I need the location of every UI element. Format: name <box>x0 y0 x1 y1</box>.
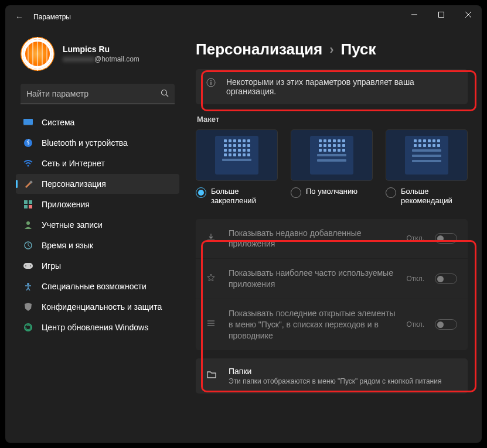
radio-label: Больше закреплений <box>211 187 278 206</box>
window-title: Параметры <box>33 13 71 21</box>
chevron-right-icon: › <box>329 42 333 57</box>
nav-list: Система Bluetooth и устройства Сеть и Ин… <box>16 112 179 338</box>
layout-opt-default[interactable]: По умолчанию <box>291 129 373 206</box>
breadcrumb: Персонализация › Пуск <box>196 40 468 59</box>
setting-recently-added: Показывать недавно добавленные приложени… <box>196 219 468 259</box>
radio-label: По умолчанию <box>306 187 357 196</box>
setting-most-used: Показывать наиболее часто используемые п… <box>196 259 468 299</box>
folders-desc: Эти папки отображаются в меню "Пуск" ряд… <box>229 377 457 385</box>
radio-button[interactable] <box>196 187 206 198</box>
svg-rect-13 <box>24 205 28 208</box>
svg-point-22 <box>27 283 29 285</box>
sidebar-item-accessibility[interactable]: Специальные возможности <box>16 276 179 296</box>
bluetooth-icon <box>23 138 33 148</box>
breadcrumb-parent[interactable]: Персонализация <box>196 40 322 59</box>
radio-button[interactable] <box>291 187 301 198</box>
setting-label: Показывать недавно добавленные приложени… <box>229 228 396 250</box>
sidebar-item-label: Специальные возможности <box>42 282 147 291</box>
breadcrumb-current: Пуск <box>341 40 376 59</box>
layout-section-title: Макет <box>197 115 466 124</box>
sidebar-item-accounts[interactable]: Учетные записи <box>16 215 179 235</box>
svg-rect-11 <box>24 200 28 204</box>
titlebar: ← Параметры <box>5 5 482 29</box>
sidebar: Lumpics Ru xxxxxxxxx@hotmail.com Система… <box>5 29 184 443</box>
download-icon <box>206 232 218 244</box>
sidebar-item-gaming[interactable]: Игры <box>16 256 179 276</box>
org-managed-banner: Некоторыми из этих параметров управляет … <box>196 69 468 104</box>
toggle-switch <box>435 319 457 330</box>
layout-opt-more-recs[interactable]: Больше рекомендаций <box>386 129 468 206</box>
system-icon <box>23 117 33 128</box>
shield-icon <box>23 302 33 312</box>
svg-line-18 <box>28 245 30 247</box>
close-button[interactable] <box>455 5 482 24</box>
sidebar-item-personalization[interactable]: Персонализация <box>16 174 179 194</box>
sidebar-item-label: Игры <box>42 261 61 271</box>
back-button[interactable]: ← <box>10 12 29 22</box>
clock-icon <box>23 240 33 251</box>
sidebar-item-update[interactable]: Центр обновления Windows <box>16 317 179 337</box>
setting-label: Показывать последние открытые элементы в… <box>229 308 396 341</box>
svg-point-20 <box>25 265 26 266</box>
setting-label: Показывать наиболее часто используемые п… <box>229 268 396 290</box>
brush-icon <box>23 179 33 189</box>
svg-line-5 <box>166 94 169 97</box>
toggle-state: Откл. <box>406 234 424 242</box>
sidebar-item-network[interactable]: Сеть и Интернет <box>16 153 179 173</box>
svg-rect-12 <box>29 200 32 204</box>
person-icon <box>23 220 33 230</box>
settings-window: ← Параметры Lumpics Ru xxxxxxxxx@hotmail… <box>5 5 482 443</box>
profile-email: xxxxxxxxx@hotmail.com <box>63 55 139 63</box>
svg-rect-7 <box>23 125 33 126</box>
maximize-button[interactable] <box>428 5 455 24</box>
svg-rect-1 <box>439 12 444 18</box>
svg-rect-6 <box>23 119 33 125</box>
banner-text: Некоторыми из этих параметров управляет … <box>226 77 457 96</box>
sidebar-item-apps[interactable]: Приложения <box>16 194 179 214</box>
sidebar-item-privacy[interactable]: Конфиденциальность и защита <box>16 297 179 317</box>
sidebar-item-label: Центр обновления Windows <box>42 323 148 332</box>
search-box[interactable] <box>21 84 175 104</box>
svg-rect-19 <box>23 263 33 269</box>
sidebar-item-label: Персонализация <box>42 179 106 189</box>
search-input[interactable] <box>21 84 175 104</box>
sidebar-item-label: Приложения <box>42 200 90 209</box>
wifi-icon <box>23 158 33 169</box>
update-icon <box>23 322 33 333</box>
star-icon <box>206 273 218 285</box>
avatar <box>21 37 55 71</box>
layout-options: Больше закреплений По умолчанию <box>196 129 468 206</box>
toggle-state: Откл. <box>406 320 424 329</box>
content-area: Персонализация › Пуск Некоторыми из этих… <box>184 29 482 443</box>
sidebar-item-label: Конфиденциальность и защита <box>42 302 162 312</box>
gamepad-icon <box>23 261 33 271</box>
radio-label: Больше рекомендаций <box>401 187 468 206</box>
folders-row[interactable]: Папки Эти папки отображаются в меню "Пус… <box>196 358 468 394</box>
sidebar-item-system[interactable]: Система <box>16 112 179 132</box>
setting-recent-items: Показывать последние открытые элементы в… <box>196 299 468 350</box>
settings-group: Показывать недавно добавленные приложени… <box>196 219 468 350</box>
svg-point-4 <box>162 90 167 95</box>
sidebar-item-label: Время и язык <box>42 241 93 250</box>
apps-icon <box>23 199 33 210</box>
folders-title: Папки <box>229 367 457 376</box>
toggle-state: Откл. <box>406 275 424 283</box>
svg-point-21 <box>30 265 31 266</box>
profile-block[interactable]: Lumpics Ru xxxxxxxxx@hotmail.com <box>16 29 179 81</box>
sidebar-item-time[interactable]: Время и язык <box>16 235 179 255</box>
sidebar-item-bluetooth[interactable]: Bluetooth и устройства <box>16 133 179 153</box>
info-icon <box>206 78 217 88</box>
layout-opt-more-pins[interactable]: Больше закреплений <box>196 129 278 206</box>
toggle-switch <box>435 273 457 284</box>
sidebar-item-label: Система <box>42 118 74 127</box>
radio-button[interactable] <box>386 187 396 198</box>
folder-icon <box>206 370 218 382</box>
minimize-button[interactable] <box>401 5 428 24</box>
sidebar-item-label: Сеть и Интернет <box>42 159 105 168</box>
accessibility-icon <box>23 281 33 292</box>
search-icon <box>161 89 169 100</box>
svg-rect-14 <box>29 205 32 208</box>
sidebar-item-label: Bluetooth и устройства <box>42 138 128 148</box>
toggle-switch <box>435 233 457 244</box>
list-icon <box>206 319 218 330</box>
